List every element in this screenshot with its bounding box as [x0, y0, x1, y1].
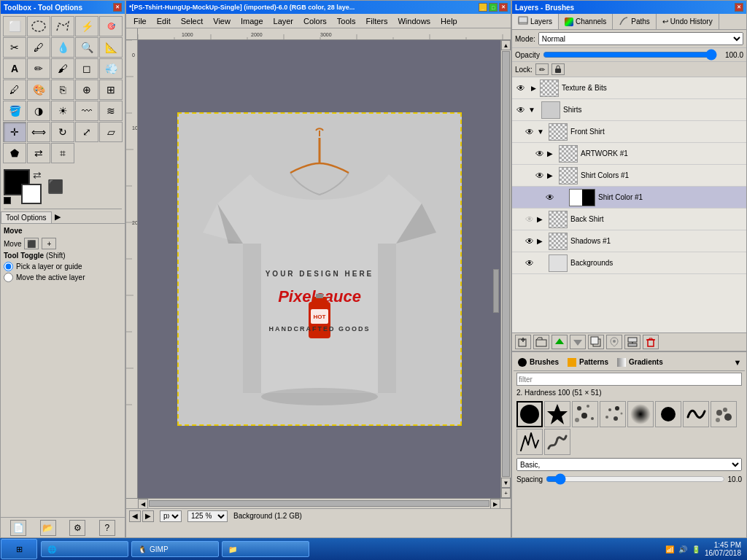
canvas-close-button[interactable]: ✕: [499, 3, 508, 12]
new-image-button[interactable]: 📄: [10, 520, 26, 536]
layer-visibility-back-shirt[interactable]: 👁: [522, 214, 537, 225]
reset-colors-button[interactable]: [4, 197, 11, 204]
menu-view[interactable]: View: [209, 15, 235, 27]
blend-tool[interactable]: ◑: [27, 101, 50, 121]
delete-layer-button[interactable]: [643, 335, 659, 349]
menu-file[interactable]: File: [129, 15, 151, 27]
mypaint-tool[interactable]: 🎨: [27, 79, 50, 100]
layer-visibility-front-shirt[interactable]: 👁: [522, 127, 537, 137]
scroll-track[interactable]: [502, 51, 510, 477]
layer-item-shirts[interactable]: 👁 ▼ Shirts: [512, 99, 746, 121]
canvas-minimize-button[interactable]: _: [479, 3, 487, 12]
tab-layers[interactable]: Layers: [512, 14, 559, 29]
h-scroll-track[interactable]: [149, 500, 489, 507]
background-color[interactable]: [21, 184, 42, 204]
menu-help[interactable]: Help: [436, 15, 462, 27]
brush-preset-select[interactable]: Basic,: [516, 458, 742, 471]
move-snap-icon[interactable]: +: [42, 238, 56, 249]
layer-item-shirt-colors1[interactable]: 👁 ▶ Shirt Colors #1: [512, 165, 746, 187]
tool-options-expand[interactable]: ▶: [52, 211, 63, 223]
perspective-clone-tool[interactable]: ⊞: [99, 79, 123, 100]
free-select-tool[interactable]: [51, 16, 74, 36]
layer-expand-texture-bits[interactable]: ▶: [528, 85, 538, 92]
move-active-radio[interactable]: [4, 273, 13, 282]
brush-scatter1[interactable]: [572, 401, 598, 427]
new-layer-button[interactable]: [515, 335, 531, 349]
layer-visibility-backgrounds[interactable]: 👁: [522, 258, 537, 268]
perspective-tool[interactable]: ⬟: [3, 143, 26, 163]
flip-tool[interactable]: ⇄: [27, 143, 50, 163]
ink-tool[interactable]: 🖊: [3, 79, 26, 100]
menu-layer[interactable]: Layer: [269, 15, 298, 27]
lower-layer-button[interactable]: [570, 335, 586, 349]
heal-tool[interactable]: ⊕: [75, 79, 98, 100]
layer-visibility-shirt-color1[interactable]: 👁: [543, 192, 557, 203]
unit-select[interactable]: px: [160, 510, 182, 522]
rotate-tool[interactable]: ↻: [51, 122, 74, 142]
patterns-tab[interactable]: Patterns: [563, 357, 613, 368]
text-tool[interactable]: A: [3, 58, 26, 79]
merge-down-button[interactable]: [624, 335, 640, 349]
menu-windows[interactable]: Windows: [393, 15, 435, 27]
scroll-right-button[interactable]: ▶: [490, 499, 500, 509]
brush-filter-input[interactable]: [516, 373, 742, 386]
scroll-left-button[interactable]: ◀: [138, 499, 148, 509]
color-expand-icon[interactable]: ⬛: [47, 179, 63, 195]
gradients-tab[interactable]: Gradients: [613, 357, 667, 368]
layer-item-shadows1[interactable]: 👁 ▶ Shadows #1: [512, 230, 746, 252]
scroll-down-button[interactable]: ▼: [501, 478, 511, 488]
layer-visibility-shirts[interactable]: 👁: [514, 105, 528, 115]
brush-rough3[interactable]: [516, 429, 543, 455]
zoom-select[interactable]: 125 %: [187, 510, 228, 522]
open-image-button[interactable]: 📂: [40, 520, 56, 536]
layer-list[interactable]: 👁 ▶ Texture & Bits 👁 ▼ Shirts 👁 ▼ Front …: [512, 77, 746, 332]
raise-layer-button[interactable]: [551, 335, 568, 349]
brushes-panel-expand[interactable]: ▼: [730, 355, 745, 370]
start-button[interactable]: ⊞: [1, 539, 37, 559]
brush-rough2[interactable]: [711, 401, 737, 427]
layer-visibility-artwork1[interactable]: 👁: [533, 149, 547, 159]
warp-tool[interactable]: ≋: [99, 101, 123, 121]
duplicate-layer-button[interactable]: [588, 335, 604, 349]
cage-tool[interactable]: ⌗: [51, 143, 74, 163]
brush-rough4[interactable]: [544, 429, 570, 455]
align-tool[interactable]: ⟺: [27, 122, 50, 142]
smudge-tool[interactable]: 〰: [75, 101, 98, 121]
layer-item-texture-bits[interactable]: 👁 ▶ Texture & Bits: [512, 77, 746, 99]
paintbrush-tool[interactable]: 🖌: [51, 58, 74, 79]
brush-medium[interactable]: [655, 401, 681, 427]
swap-colors-button[interactable]: ⇄: [33, 169, 42, 181]
menu-edit[interactable]: Edit: [152, 15, 175, 27]
menu-image[interactable]: Image: [236, 15, 268, 27]
fuzzy-select-tool[interactable]: ⚡: [75, 16, 98, 36]
brushes-tab[interactable]: Brushes: [514, 357, 563, 368]
ellipse-select-tool[interactable]: [27, 16, 50, 36]
status-nav-right[interactable]: ▶: [142, 510, 154, 522]
layer-item-back-shirt[interactable]: 👁 ▶ Back Shirt: [512, 209, 746, 230]
layer-item-front-shirt[interactable]: 👁 ▼ Front Shirt: [512, 121, 746, 143]
canvas-maximize-button[interactable]: □: [489, 3, 498, 12]
new-layer-group-button[interactable]: [533, 335, 549, 349]
brush-rough1[interactable]: [683, 401, 709, 427]
taskbar-gimp[interactable]: 🐧 GIMP: [131, 541, 219, 557]
layer-expand-shirts[interactable]: ▼: [528, 106, 538, 114]
scissors-tool[interactable]: ✂: [3, 37, 26, 58]
scroll-up-button[interactable]: ▲: [501, 40, 511, 50]
menu-filters[interactable]: Filters: [362, 15, 392, 27]
preferences-button[interactable]: ⚙: [69, 520, 85, 536]
lock-alpha-button[interactable]: [551, 63, 565, 75]
layer-visibility-shadows1[interactable]: 👁: [522, 236, 537, 246]
select-color-tool[interactable]: 🎯: [99, 16, 123, 36]
brush-star[interactable]: [544, 401, 570, 427]
mode-select[interactable]: Normal: [538, 32, 743, 45]
lock-pixels-button[interactable]: ✏: [535, 63, 549, 75]
color-picker-tool[interactable]: 💧: [51, 37, 74, 58]
bucket-fill-tool[interactable]: 🪣: [3, 101, 26, 121]
layer-visibility-shirt-colors1[interactable]: 👁: [533, 171, 547, 181]
vertical-scrollbar-thumb[interactable]: [493, 269, 499, 313]
layer-item-backgrounds[interactable]: 👁 Backgrounds: [512, 252, 746, 274]
zoom-tool[interactable]: 🔍: [75, 37, 98, 58]
pick-layer-radio[interactable]: [4, 262, 13, 271]
layer-expand-front-shirt[interactable]: ▼: [537, 128, 547, 136]
move-tool[interactable]: ✛: [3, 122, 26, 142]
